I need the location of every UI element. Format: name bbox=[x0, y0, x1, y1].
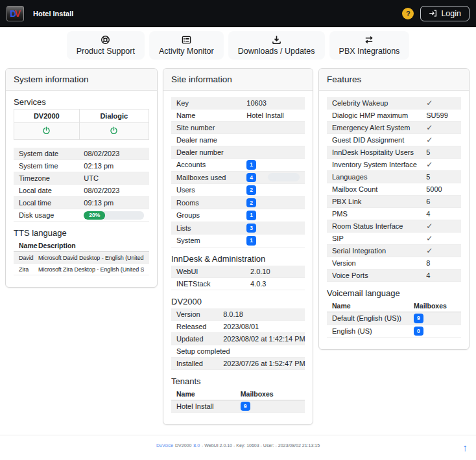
row-value: Hotel Install bbox=[246, 111, 300, 119]
features-body: Celebrity Wakeup✓Dialogic HMP maximumSU5… bbox=[319, 91, 469, 349]
scroll-to-top-button[interactable]: ↑ bbox=[463, 443, 468, 452]
table-row: INETStack4.0.3 bbox=[171, 278, 305, 290]
column-header: Name bbox=[332, 302, 414, 310]
tts-voice-name: David bbox=[19, 255, 38, 261]
table-row: Accounts1 bbox=[171, 159, 305, 172]
card-title: Site information bbox=[163, 69, 313, 91]
row-value: 10603 bbox=[246, 99, 300, 107]
row-value: 4 bbox=[426, 210, 456, 218]
table-row: Default (English (US))9 bbox=[327, 312, 461, 325]
table-row: Site number bbox=[171, 122, 305, 134]
duvoice-logo[interactable]: DV bbox=[6, 6, 24, 21]
row-value: 2.0.10 bbox=[250, 268, 300, 275]
tts-table-header: Name Description bbox=[14, 240, 149, 252]
table-row: Lists3 bbox=[171, 222, 305, 235]
table-row: NameHotel Install bbox=[171, 109, 305, 122]
row-label: Installed bbox=[176, 360, 223, 367]
count-badge: 4 bbox=[246, 173, 256, 183]
site-info-table: Key10603NameHotel InstallSite numberDeal… bbox=[171, 97, 305, 247]
table-row: PMS4 bbox=[327, 208, 461, 220]
site-information-card: Site information Key10603NameHotel Insta… bbox=[163, 68, 313, 425]
row-label: Emergency Alert System bbox=[332, 124, 426, 132]
table-row: Voice Ports4 bbox=[327, 270, 461, 282]
count-badge: 1 bbox=[246, 211, 256, 220]
row-value: 2023/07/26 at 1:52:47 PM bbox=[223, 360, 305, 367]
dialogic-power-button[interactable] bbox=[108, 125, 119, 136]
tts-row: ZiraMicrosoft Zira Desktop - English (Un… bbox=[14, 264, 149, 275]
dv2000-power-button[interactable] bbox=[41, 125, 52, 136]
table-row: System date08/02/2023 bbox=[14, 148, 149, 160]
count-badge: 0 bbox=[414, 327, 423, 336]
row-value: 08/02/2023 bbox=[84, 150, 144, 157]
row-value: 2023/08/02 at 1:42:14 PM bbox=[223, 335, 305, 343]
nav-button-label: Downloads / Updates bbox=[238, 47, 315, 56]
table-row: Updated2023/08/02 at 1:42:14 PM bbox=[171, 333, 305, 345]
pbx-integrations-button[interactable]: PBX Integrations bbox=[329, 31, 410, 60]
row-label: Local time bbox=[19, 199, 84, 207]
row-label: Mailbox Count bbox=[332, 185, 426, 193]
tenants-table: Hotel Install9 bbox=[171, 400, 305, 413]
table-row: Guest DID Assignment✓ bbox=[327, 134, 461, 146]
row-label: Site number bbox=[176, 124, 246, 132]
tenants-section-title: Tenants bbox=[171, 376, 305, 386]
dv2000-table: Version8.0.18Released2023/08/01Updated20… bbox=[171, 308, 305, 370]
row-label: Dealer number bbox=[176, 148, 246, 156]
row-value: 2023/08/01 bbox=[223, 323, 300, 330]
row-label: PMS bbox=[332, 210, 426, 218]
table-row: TimezoneUTC bbox=[14, 172, 149, 185]
row-value: 8.0.18 bbox=[223, 310, 300, 318]
row-label: Inventory System Interface bbox=[332, 161, 426, 168]
row-label: System date bbox=[19, 150, 84, 157]
tts-row: DavidMicrosoft David Desktop - English (… bbox=[14, 252, 149, 264]
row-value: 1 bbox=[246, 160, 300, 170]
row-value: 4 bbox=[246, 173, 300, 183]
page-footer: DuVoice DV2000 8.0 - WebUI 2.0.10 - Key:… bbox=[0, 435, 476, 448]
transfer-arrows-icon bbox=[364, 35, 374, 45]
column-header: Name bbox=[19, 242, 38, 249]
row-value: 5 bbox=[426, 148, 456, 156]
duvoice-link[interactable]: DuVoice bbox=[156, 443, 173, 448]
tts-voice-name: Zira bbox=[19, 266, 38, 273]
downloads-updates-button[interactable]: Downloads / Updates bbox=[228, 31, 325, 60]
row-value: 9 bbox=[241, 402, 300, 411]
voicemail-table-header: Name Mailboxes bbox=[327, 300, 461, 312]
row-label: Serial Integration bbox=[332, 247, 426, 255]
power-icon bbox=[110, 126, 118, 135]
count-badge: 9 bbox=[414, 314, 423, 323]
service-column-header: Dialogic bbox=[79, 109, 149, 123]
row-label: Released bbox=[176, 323, 223, 330]
voicemail-language-table: Default (English (US))9English (US)0 bbox=[327, 312, 461, 338]
login-button[interactable]: Login bbox=[420, 6, 470, 21]
system-information-card: System information Services DV2000 Dialo… bbox=[5, 68, 158, 288]
version-link[interactable]: 8.0 bbox=[193, 443, 200, 448]
table-row: System1 bbox=[171, 235, 305, 247]
check-icon: ✓ bbox=[426, 234, 456, 243]
table-row: Celebrity Wakeup✓ bbox=[327, 97, 461, 109]
count-badge: 1 bbox=[246, 236, 256, 246]
help-button[interactable]: ? bbox=[402, 8, 414, 19]
activity-monitor-button[interactable]: Activity Monitor bbox=[149, 31, 224, 60]
life-ring-icon bbox=[101, 35, 110, 45]
row-label: Hotel Install bbox=[176, 402, 241, 410]
services-section-title: Services bbox=[14, 97, 149, 107]
row-label: Celebrity Wakeup bbox=[332, 99, 426, 107]
features-card: Features Celebrity Wakeup✓Dialogic HMP m… bbox=[318, 68, 470, 350]
table-row: English (US)0 bbox=[327, 325, 461, 338]
product-support-button[interactable]: Product Support bbox=[67, 31, 145, 60]
table-row: Dealer name bbox=[171, 134, 305, 146]
row-label: Room Status Interface bbox=[332, 222, 426, 230]
navbar-right: ? Login bbox=[402, 6, 470, 21]
row-label: Users bbox=[176, 186, 246, 194]
row-value: 1 bbox=[246, 211, 300, 220]
table-row: Serial Integration✓ bbox=[327, 245, 461, 257]
table-row: Local date08/02/2023 bbox=[14, 185, 149, 197]
power-icon bbox=[42, 126, 51, 135]
row-value: 20% bbox=[84, 211, 144, 220]
column-header: Name bbox=[176, 390, 241, 398]
row-value: 0 bbox=[414, 327, 456, 336]
site-name: Hotel Install bbox=[33, 10, 73, 17]
check-icon: ✓ bbox=[426, 135, 456, 144]
count-badge: 1 bbox=[246, 160, 256, 170]
row-label: Disk usage bbox=[19, 211, 84, 219]
row-value: 5000 bbox=[426, 185, 456, 193]
